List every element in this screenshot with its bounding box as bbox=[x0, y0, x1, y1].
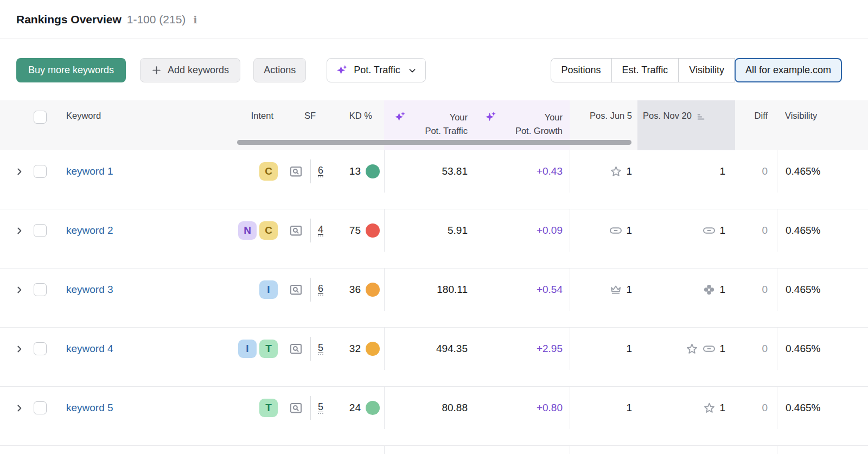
serp-features-icon[interactable] bbox=[289, 283, 303, 297]
pot-growth-cell: +2.95 bbox=[477, 328, 570, 370]
row-checkbox[interactable] bbox=[34, 283, 47, 296]
ai-sparkle-icon bbox=[484, 111, 497, 123]
kd-value: 32 bbox=[349, 343, 361, 355]
serp-features-icon[interactable] bbox=[289, 401, 303, 415]
intent-badge-T[interactable]: T bbox=[259, 340, 278, 358]
divider bbox=[310, 159, 311, 183]
info-icon[interactable]: i bbox=[193, 14, 197, 25]
diff-value: 0 bbox=[762, 165, 768, 177]
tab-all-for-example-com[interactable]: All for example.com bbox=[735, 58, 842, 82]
pos-last-value: 1 bbox=[719, 402, 725, 414]
select-all-checkbox[interactable] bbox=[34, 111, 47, 124]
row-checkbox[interactable] bbox=[34, 165, 47, 178]
column-diff[interactable]: Diff bbox=[735, 100, 777, 150]
pos-first-value: 1 bbox=[626, 225, 632, 236]
keyword-link[interactable]: keyword 3 bbox=[66, 284, 113, 296]
keyword-link[interactable]: keyword 2 bbox=[66, 225, 113, 236]
tab-visibility[interactable]: Visibility bbox=[678, 58, 735, 82]
pos-last-cell: 1 bbox=[637, 328, 735, 370]
visibility-value: 0.465% bbox=[786, 343, 820, 355]
intent-badge-T[interactable]: T bbox=[259, 399, 278, 417]
expand-row-button[interactable] bbox=[0, 268, 28, 311]
serp-features-icon[interactable] bbox=[289, 223, 303, 238]
expand-row-button[interactable] bbox=[0, 328, 28, 370]
kd-difficulty-dot bbox=[366, 342, 380, 356]
kd-difficulty-dot bbox=[366, 283, 380, 297]
tab-est-traffic[interactable]: Est. Traffic bbox=[611, 58, 679, 82]
diff-value: 0 bbox=[762, 402, 768, 414]
pot-traffic-value: 5.91 bbox=[448, 225, 468, 236]
pot-growth-value: +0.80 bbox=[537, 402, 563, 414]
diff-cell: 0 bbox=[735, 209, 777, 252]
metric-dropdown[interactable]: Pot. Traffic bbox=[327, 58, 426, 82]
pos-last-value: 1 bbox=[719, 165, 725, 177]
row-checkbox-cell bbox=[28, 268, 52, 311]
sf-count[interactable]: 6 bbox=[318, 165, 323, 177]
pot-growth-value: +0.09 bbox=[537, 225, 563, 236]
keyword-cell: keyword 1 bbox=[52, 150, 207, 193]
column-pos-last[interactable]: Pos. Nov 20 bbox=[637, 100, 735, 150]
pos-first-cell: 1 bbox=[570, 150, 637, 193]
pos-last-cell: 1 bbox=[637, 268, 735, 311]
diff-cell: 0 bbox=[735, 387, 777, 429]
kd-cell: 24 bbox=[323, 387, 384, 429]
intent-badge-N[interactable]: N bbox=[238, 221, 257, 240]
add-keywords-button[interactable]: Add keywords bbox=[140, 58, 240, 82]
pos-last-cell: 1 bbox=[637, 387, 735, 429]
keyword-link[interactable]: keyword 5 bbox=[66, 402, 113, 414]
tab-positions[interactable]: Positions bbox=[551, 58, 612, 82]
expand-row-button[interactable] bbox=[0, 387, 28, 429]
column-visibility[interactable]: Visibility bbox=[777, 100, 868, 150]
row-checkbox[interactable] bbox=[34, 401, 47, 414]
visibility-value: 0.465% bbox=[786, 225, 820, 236]
sf-count[interactable]: 4 bbox=[318, 225, 323, 236]
visibility-cell: 0.465% bbox=[777, 328, 868, 370]
intent-cell: C bbox=[207, 150, 278, 193]
expand-row-button[interactable] bbox=[0, 150, 28, 193]
kd-difficulty-dot bbox=[366, 401, 380, 415]
intent-badge-C[interactable]: C bbox=[259, 162, 278, 181]
pos-first-cell: 1 bbox=[570, 387, 637, 429]
crown-icon bbox=[609, 283, 623, 297]
intent-badge-C[interactable]: C bbox=[259, 221, 278, 240]
divider bbox=[310, 278, 311, 302]
intent-badge-I[interactable]: I bbox=[238, 340, 257, 358]
serp-features-icon[interactable] bbox=[289, 342, 303, 356]
horizontal-scrollbar-thumb[interactable] bbox=[237, 140, 631, 145]
plus-icon bbox=[151, 65, 162, 75]
keyword-link[interactable]: keyword 4 bbox=[66, 343, 113, 355]
serp-features-icon[interactable] bbox=[289, 164, 303, 179]
sf-count[interactable]: 6 bbox=[318, 284, 323, 296]
keyword-link[interactable]: keyword 1 bbox=[66, 165, 113, 177]
link-icon bbox=[609, 223, 623, 238]
pos-last-value: 1 bbox=[719, 225, 725, 236]
row-checkbox-cell bbox=[28, 209, 52, 252]
sf-count[interactable]: 5 bbox=[318, 402, 323, 414]
row-checkbox[interactable] bbox=[34, 224, 47, 237]
kd-difficulty-dot bbox=[366, 164, 380, 178]
select-all-checkbox-cell[interactable] bbox=[28, 100, 52, 150]
table-body: keyword 1 C 6 13 53.81 +0.43 1 1 0 bbox=[0, 150, 868, 454]
pos-last-cell: 1 bbox=[637, 150, 735, 193]
header-expand-spacer bbox=[0, 100, 28, 150]
table-row: keyword 2 NC 4 75 5.91 +0.09 1 1 0 bbox=[0, 209, 868, 268]
actions-button[interactable]: Actions bbox=[253, 58, 306, 82]
divider bbox=[310, 337, 311, 361]
column-keyword[interactable]: Keyword bbox=[52, 100, 207, 150]
row-checkbox-cell bbox=[28, 150, 52, 193]
pos-first-value: 1 bbox=[626, 284, 632, 296]
kd-difficulty-dot bbox=[366, 223, 380, 238]
diff-value: 0 bbox=[762, 284, 768, 296]
kd-value: 13 bbox=[349, 165, 361, 177]
sort-descending-icon[interactable] bbox=[697, 112, 706, 122]
pos-first-value: 1 bbox=[626, 343, 632, 355]
link-icon bbox=[702, 223, 716, 238]
visibility-value: 0.465% bbox=[786, 402, 820, 414]
buy-more-keywords-button[interactable]: Buy more keywords bbox=[16, 58, 126, 82]
sf-count[interactable]: 5 bbox=[318, 343, 323, 355]
expand-row-button[interactable] bbox=[0, 209, 28, 252]
kd-value: 75 bbox=[349, 225, 361, 236]
keyword-cell: keyword 3 bbox=[52, 268, 207, 311]
intent-badge-I[interactable]: I bbox=[259, 280, 278, 299]
row-checkbox[interactable] bbox=[34, 342, 47, 355]
